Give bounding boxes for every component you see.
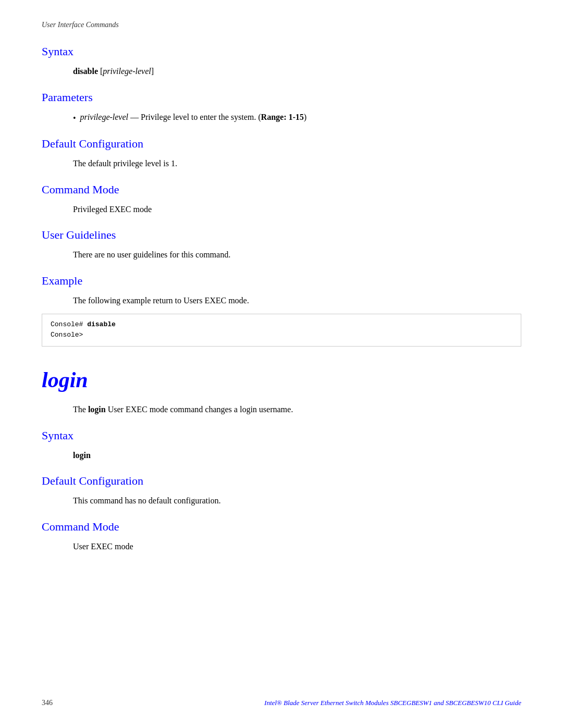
user-guidelines-text: There are no user guidelines for this co… <box>73 248 521 262</box>
login-intro-before: The <box>73 405 88 414</box>
login-intro: The login User EXEC mode command changes… <box>73 403 521 416</box>
page-number: 346 <box>42 699 53 707</box>
syntax-command-bold: disable <box>73 67 98 76</box>
login-syntax-content: login <box>73 449 521 462</box>
parameters-section: Parameters privilege-level — Privilege l… <box>42 91 521 125</box>
command-mode-text: Privileged EXEC mode <box>73 203 521 216</box>
parameter-text: privilege-level — Privilege level to ent… <box>80 110 307 124</box>
example-code-block: Console# disable Console> <box>42 314 521 347</box>
user-guidelines-heading: User Guidelines <box>42 228 521 242</box>
syntax-command-params: [privilege-level] <box>100 67 154 76</box>
parameter-item: privilege-level — Privilege level to ent… <box>73 110 521 125</box>
login-command-mode-text: User EXEC mode <box>73 540 521 553</box>
login-syntax-heading: Syntax <box>42 429 521 442</box>
command-mode-heading: Command Mode <box>42 183 521 196</box>
login-intro-after: User EXEC mode command changes a login u… <box>106 405 293 414</box>
breadcrumb: User Interface Commands <box>42 21 521 29</box>
code-line-1: Console# disable <box>51 319 512 330</box>
code-line-2: Console> <box>51 330 512 341</box>
default-config-heading: Default Configuration <box>42 137 521 151</box>
login-command-mode-heading: Command Mode <box>42 520 521 534</box>
command-mode-section: Command Mode Privileged EXEC mode <box>42 183 521 216</box>
user-guidelines-section: User Guidelines There are no user guidel… <box>42 228 521 262</box>
footer-title: Intel® Blade Server Ethernet Switch Modu… <box>264 699 521 707</box>
default-config-section: Default Configuration The default privil… <box>42 137 521 170</box>
login-command-title: login <box>42 367 521 392</box>
example-section: Example The following example return to … <box>42 274 521 347</box>
example-heading: Example <box>42 274 521 288</box>
parameters-heading: Parameters <box>42 91 521 104</box>
login-intro-bold: login <box>88 405 106 414</box>
example-intro-text: The following example return to Users EX… <box>73 294 521 307</box>
syntax-content: disable [privilege-level] <box>73 65 521 78</box>
default-config-text: The default privilege level is 1. <box>73 157 521 170</box>
syntax-heading: Syntax <box>42 45 521 58</box>
login-default-config-section: Default Configuration This command has n… <box>42 474 521 508</box>
syntax-section: Syntax disable [privilege-level] <box>42 45 521 78</box>
code-command-bold: disable <box>87 320 116 328</box>
login-default-config-text: This command has no default configuratio… <box>73 494 521 508</box>
login-syntax-section: Syntax login <box>42 429 521 462</box>
login-default-config-heading: Default Configuration <box>42 474 521 488</box>
page-footer: 346 Intel® Blade Server Ethernet Switch … <box>42 699 521 707</box>
login-syntax-code: login <box>73 451 91 460</box>
login-command-mode-section: Command Mode User EXEC mode <box>42 520 521 553</box>
